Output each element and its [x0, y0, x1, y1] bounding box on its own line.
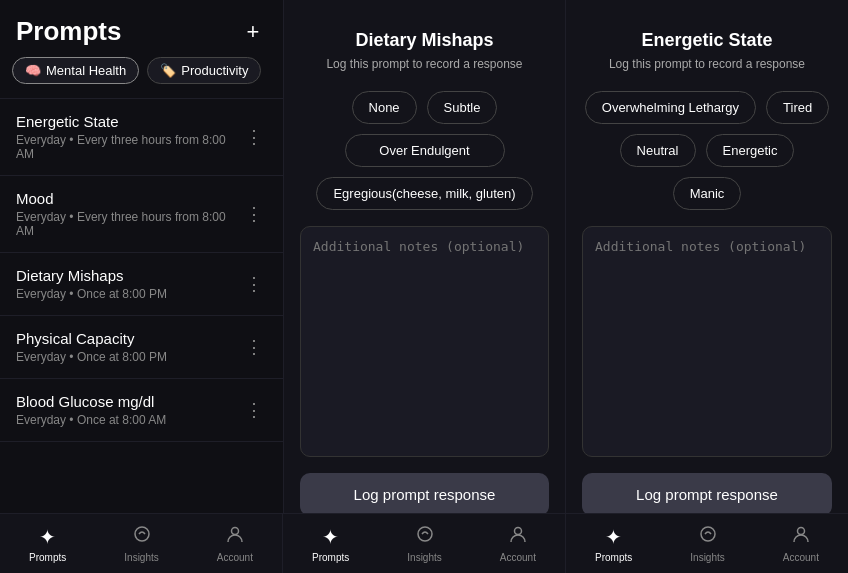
prompt-name: Dietary Mishaps: [16, 267, 167, 284]
nav-label-account-3: Account: [783, 552, 819, 563]
chip-energetic[interactable]: Energetic: [706, 134, 795, 167]
chip-egregious[interactable]: Egregious(cheese, milk, gluten): [316, 177, 532, 210]
nav-label-account-1: Account: [217, 552, 253, 563]
prompt-name: Blood Glucose mg/dl: [16, 393, 166, 410]
insights-icon-3: [698, 524, 718, 549]
right-chips-area: Overwhelming Lethargy Tired Neutral Ener…: [582, 91, 832, 210]
prompt-sub: Everyday • Once at 8:00 PM: [16, 287, 167, 301]
nav-label-prompts-3: Prompts: [595, 552, 632, 563]
mid-chips-area: None Subtle Over Endulgent Egregious(che…: [300, 91, 549, 210]
account-icon: [225, 524, 245, 549]
nav-item-insights-2[interactable]: Insights: [399, 520, 449, 567]
more-options-icon[interactable]: ⋮: [241, 126, 267, 148]
account-icon-2: [508, 524, 528, 549]
more-options-icon[interactable]: ⋮: [241, 273, 267, 295]
nav-item-account-2[interactable]: Account: [492, 520, 544, 567]
nav-item-account-1[interactable]: Account: [209, 520, 261, 567]
nav-section-1: ✦ Prompts Insights Account: [0, 514, 283, 573]
prompts-icon: ✦: [39, 525, 56, 549]
productivity-emoji: 🏷️: [160, 63, 176, 78]
svg-point-5: [797, 528, 804, 535]
insights-icon: [132, 524, 152, 549]
chip-subtle[interactable]: Subtle: [427, 91, 498, 124]
left-panel: Prompts + 🧠 Mental Health 🏷️ Productivit…: [0, 0, 283, 573]
nav-item-prompts-1[interactable]: ✦ Prompts: [21, 521, 74, 567]
tags-row: 🧠 Mental Health 🏷️ Productivity: [0, 57, 283, 94]
chip-neutral[interactable]: Neutral: [620, 134, 696, 167]
bottom-nav: ✦ Prompts Insights Account ✦ Prompts Ins…: [0, 513, 848, 573]
nav-label-account-2: Account: [500, 552, 536, 563]
nav-label-insights-3: Insights: [690, 552, 724, 563]
nav-label-prompts-1: Prompts: [29, 552, 66, 563]
prompt-sub: Everyday • Once at 8:00 PM: [16, 350, 167, 364]
nav-section-3: ✦ Prompts Insights Account: [566, 514, 848, 573]
more-options-icon[interactable]: ⋮: [241, 336, 267, 358]
right-panel: Energetic State Log this prompt to recor…: [566, 0, 848, 573]
chip-none[interactable]: None: [352, 91, 417, 124]
list-item[interactable]: Energetic State Everyday • Every three h…: [0, 98, 283, 175]
mid-panel-subtitle: Log this prompt to record a response: [326, 57, 522, 71]
nav-label-prompts-2: Prompts: [312, 552, 349, 563]
prompt-list: Energetic State Everyday • Every three h…: [0, 94, 283, 573]
nav-item-account-3[interactable]: Account: [775, 520, 827, 567]
nav-item-prompts-2[interactable]: ✦ Prompts: [304, 521, 357, 567]
nav-item-prompts-3[interactable]: ✦ Prompts: [587, 521, 640, 567]
mid-log-button[interactable]: Log prompt response: [300, 473, 549, 516]
productivity-label: Productivity: [181, 63, 248, 78]
mid-panel: Dietary Mishaps Log this prompt to recor…: [283, 0, 566, 573]
account-icon-3: [791, 524, 811, 549]
add-button[interactable]: +: [239, 18, 267, 46]
more-options-icon[interactable]: ⋮: [241, 399, 267, 421]
page-title: Prompts: [16, 16, 121, 47]
prompts-icon-2: ✦: [322, 525, 339, 549]
nav-item-insights-1[interactable]: Insights: [116, 520, 166, 567]
prompt-name: Physical Capacity: [16, 330, 167, 347]
svg-point-1: [231, 528, 238, 535]
prompts-icon-3: ✦: [605, 525, 622, 549]
prompt-sub: Everyday • Once at 8:00 AM: [16, 413, 166, 427]
prompt-name: Mood: [16, 190, 241, 207]
list-item[interactable]: Mood Everyday • Every three hours from 8…: [0, 175, 283, 252]
mid-panel-title: Dietary Mishaps: [355, 30, 493, 51]
svg-point-3: [514, 528, 521, 535]
tag-mental-health[interactable]: 🧠 Mental Health: [12, 57, 139, 84]
list-item[interactable]: Physical Capacity Everyday • Once at 8:0…: [0, 315, 283, 378]
chip-tired[interactable]: Tired: [766, 91, 829, 124]
tag-productivity[interactable]: 🏷️ Productivity: [147, 57, 261, 84]
nav-item-insights-3[interactable]: Insights: [682, 520, 732, 567]
right-log-button[interactable]: Log prompt response: [582, 473, 832, 516]
svg-point-2: [418, 527, 432, 541]
more-options-icon[interactable]: ⋮: [241, 203, 267, 225]
prompt-name: Energetic State: [16, 113, 241, 130]
chip-over-endulgent[interactable]: Over Endulgent: [345, 134, 505, 167]
right-panel-title: Energetic State: [641, 30, 772, 51]
list-item[interactable]: Blood Glucose mg/dl Everyday • Once at 8…: [0, 378, 283, 442]
svg-point-0: [135, 527, 149, 541]
prompt-sub: Everyday • Every three hours from 8:00 A…: [16, 210, 241, 238]
list-item[interactable]: Dietary Mishaps Everyday • Once at 8:00 …: [0, 252, 283, 315]
right-notes-input[interactable]: [582, 226, 832, 457]
nav-section-2: ✦ Prompts Insights Account: [283, 514, 566, 573]
nav-label-insights-2: Insights: [407, 552, 441, 563]
mid-notes-input[interactable]: [300, 226, 549, 457]
svg-point-4: [701, 527, 715, 541]
nav-label-insights-1: Insights: [124, 552, 158, 563]
insights-icon-2: [415, 524, 435, 549]
mental-health-label: Mental Health: [46, 63, 126, 78]
chip-overwhelming[interactable]: Overwhelming Lethargy: [585, 91, 756, 124]
prompt-sub: Everyday • Every three hours from 8:00 A…: [16, 133, 241, 161]
mental-health-emoji: 🧠: [25, 63, 41, 78]
right-panel-subtitle: Log this prompt to record a response: [609, 57, 805, 71]
chip-manic[interactable]: Manic: [673, 177, 742, 210]
left-header: Prompts +: [0, 0, 283, 57]
